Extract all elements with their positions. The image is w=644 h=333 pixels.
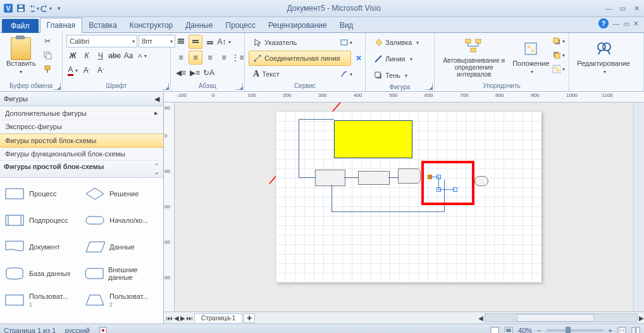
position-button[interactable]: Положение xyxy=(512,35,550,79)
drawing-page[interactable] xyxy=(276,111,542,282)
tab-file[interactable]: Файл xyxy=(2,19,39,33)
align-bottom-icon[interactable] xyxy=(204,35,216,48)
align-top-icon[interactable] xyxy=(175,35,187,48)
hscroll-right-icon[interactable]: ▶ xyxy=(639,315,644,322)
tab-data[interactable]: Данные xyxy=(179,18,219,32)
help-icon[interactable]: ? xyxy=(598,18,609,28)
flowchart-box-1[interactable] xyxy=(315,170,345,186)
underline-icon[interactable]: Ч xyxy=(94,49,107,62)
stencil-scroll-icon[interactable]: ⌃⌄ xyxy=(154,163,159,175)
font-grow-icon[interactable]: A xyxy=(136,49,149,62)
zoom-out-icon[interactable]: − xyxy=(537,327,541,333)
indent-inc-icon[interactable]: ▶≡ xyxy=(189,66,201,79)
group-icon[interactable] xyxy=(552,63,565,75)
zoom-level[interactable]: 40% xyxy=(518,327,532,333)
express-shapes-item[interactable]: Экспресс-фигуры xyxy=(0,120,163,134)
align-right-icon[interactable]: ≡ xyxy=(204,51,216,64)
shape-custom1[interactable]: Пользоват...1 xyxy=(1,287,82,313)
editing-button[interactable]: Редактирование xyxy=(573,35,634,79)
undo-icon[interactable] xyxy=(28,3,39,14)
strike-icon[interactable]: abc xyxy=(108,49,121,62)
font-color-icon[interactable]: A xyxy=(66,64,79,77)
shape-process[interactable]: Процесс xyxy=(1,180,82,207)
view-fullscreen-icon[interactable] xyxy=(504,327,513,333)
ink-tool-icon[interactable] xyxy=(340,68,352,80)
minimize-button[interactable]: — xyxy=(604,4,614,13)
redo-icon[interactable] xyxy=(40,3,52,14)
line-button[interactable]: Линия xyxy=(369,51,417,66)
case-icon[interactable]: Aa xyxy=(122,49,135,62)
shape-terminator[interactable]: Начало/ко... xyxy=(82,207,162,234)
shape-data[interactable]: Данные xyxy=(82,234,162,260)
send-back-icon[interactable] xyxy=(552,49,565,61)
tab-design[interactable]: Конструктор xyxy=(123,18,179,32)
indent-dec-icon[interactable]: ◀≡ xyxy=(175,66,187,79)
more-shapes-item[interactable]: Дополнительные фигуры▸ xyxy=(0,106,163,120)
page-nav-next-icon[interactable]: ▶ xyxy=(180,315,185,322)
text-tool[interactable]: AТекст xyxy=(249,66,338,82)
fill-button[interactable]: Заливка xyxy=(369,35,423,50)
flowchart-box-3[interactable] xyxy=(398,168,421,184)
functional-flowchart-item[interactable]: Фигуры функциональной блок-схемы xyxy=(0,148,163,161)
tab-process[interactable]: Процесс xyxy=(220,18,262,32)
tab-view[interactable]: Вид xyxy=(333,18,360,32)
yellow-rectangle-shape[interactable] xyxy=(334,120,412,158)
align-left-icon[interactable]: ≡ xyxy=(175,51,187,64)
figure-launcher[interactable] xyxy=(426,83,433,90)
zoom-slider[interactable] xyxy=(547,329,604,332)
font-name-combo[interactable]: Calibri xyxy=(66,35,137,47)
format-painter-icon[interactable] xyxy=(41,63,54,75)
align-middle-icon[interactable] xyxy=(189,35,202,49)
page-nav-first-icon[interactable]: ⏮ xyxy=(166,315,173,322)
rect-tool-icon[interactable] xyxy=(340,36,352,49)
shadow-button[interactable]: Тень xyxy=(369,68,412,83)
qat-customize-icon[interactable]: ▾ xyxy=(53,3,65,14)
page-tab-1[interactable]: Страница-1 xyxy=(194,313,242,322)
font-grow2-icon[interactable]: Aˆ xyxy=(94,64,107,77)
add-page-icon[interactable]: ✚ xyxy=(244,313,255,323)
simple-flowchart-item[interactable]: Фигуры простой блок-схемы xyxy=(0,134,163,148)
collapse-pane-icon[interactable]: ◀ xyxy=(154,95,159,103)
tab-insert[interactable]: Вставка xyxy=(82,18,123,32)
canvas[interactable] xyxy=(175,103,633,311)
connection-point-icon[interactable]: ✕ xyxy=(352,52,365,65)
page-nav-last-icon[interactable]: ⏭ xyxy=(187,315,193,322)
terminator-shape[interactable] xyxy=(474,176,488,186)
cut-icon[interactable]: ✂ xyxy=(41,35,54,47)
align-center-icon[interactable]: ≡ xyxy=(189,51,202,65)
font-shrink-icon[interactable]: Aˇ xyxy=(80,64,93,77)
tab-review[interactable]: Рецензирование xyxy=(262,18,333,32)
copy-icon[interactable] xyxy=(41,49,54,61)
flowchart-box-2[interactable] xyxy=(358,171,390,185)
shape-database[interactable]: База данных xyxy=(1,260,82,287)
macro-icon[interactable] xyxy=(99,326,108,333)
connector-tool[interactable]: Соединительная линия xyxy=(249,51,351,66)
clipboard-launcher[interactable] xyxy=(54,83,61,90)
save-icon[interactable] xyxy=(15,3,27,14)
view-normal-icon[interactable] xyxy=(490,327,499,333)
vertical-scrollbar[interactable] xyxy=(633,103,644,311)
pointer-tool[interactable]: Указатель xyxy=(249,35,338,50)
align-justify-icon[interactable]: ≡ xyxy=(218,51,230,64)
close-doc-icon[interactable]: ✕ xyxy=(633,20,639,28)
hscroll-left-icon[interactable]: ◀ xyxy=(478,315,483,322)
bullets-icon[interactable]: ⋮≡ xyxy=(232,51,244,64)
zoom-in-icon[interactable]: + xyxy=(609,327,612,333)
tab-home[interactable]: Главная xyxy=(40,18,83,33)
maximize-button[interactable]: ▭ xyxy=(617,4,628,13)
page-nav-prev-icon[interactable]: ◀ xyxy=(174,315,179,322)
orientation-icon[interactable]: A↕ xyxy=(218,35,230,48)
shape-decision[interactable]: Решение xyxy=(82,180,162,207)
paragraph-launcher[interactable] xyxy=(236,83,243,90)
shape-document[interactable]: Документ xyxy=(1,234,82,260)
font-size-combo[interactable]: 8пт xyxy=(139,35,175,47)
paste-button[interactable]: Вставить ▾ xyxy=(4,35,39,79)
pan-zoom-icon[interactable] xyxy=(631,327,640,333)
shape-external[interactable]: Внешние данные xyxy=(82,260,162,287)
rotate-text-icon[interactable]: ↻A xyxy=(202,66,215,79)
app-icon[interactable]: V xyxy=(3,3,14,14)
horizontal-scrollbar[interactable] xyxy=(485,313,638,322)
restore-window-icon[interactable]: ▭ xyxy=(623,20,629,28)
font-launcher[interactable] xyxy=(162,83,169,90)
shape-subprocess[interactable]: Подпроцесс xyxy=(1,207,82,234)
